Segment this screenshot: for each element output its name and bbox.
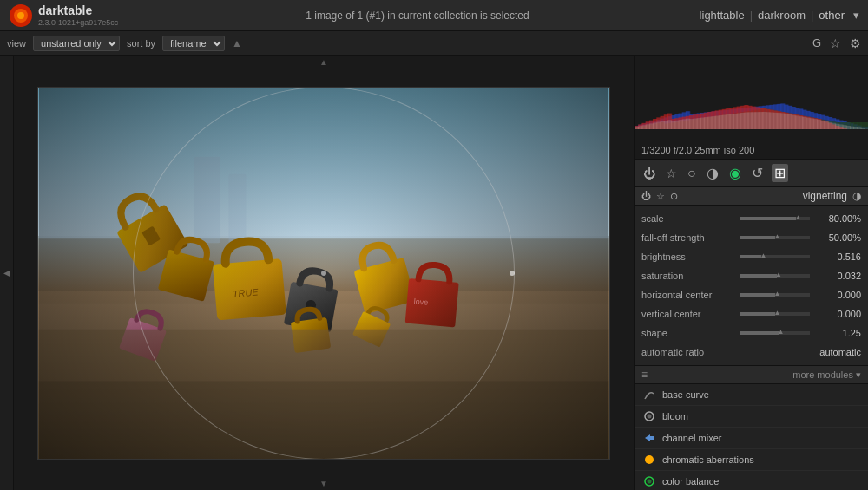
- module-vis-icon[interactable]: ⊙: [670, 191, 678, 202]
- param-value-4: 0.000: [813, 290, 861, 300]
- exif-info: 1/3200 f/2.0 25mm iso 200: [641, 145, 754, 155]
- secondbar: view unstarred only sort by filename ▲ G…: [0, 31, 868, 56]
- correct-icon[interactable]: ↺: [750, 163, 765, 183]
- histogram-canvas: [635, 56, 868, 129]
- param-bar-1[interactable]: ▲: [740, 236, 810, 239]
- param-row-automatic-ratio: automatic ratioautomatic: [635, 343, 868, 362]
- param-row-brightness: brightness▲-0.516: [635, 247, 868, 266]
- more-modules-bar[interactable]: ≡ more modules ▾: [635, 366, 868, 384]
- more-modules-label: more modules ▾: [651, 369, 861, 381]
- nav-dropdown-icon[interactable]: ▾: [853, 9, 859, 22]
- param-bar-5[interactable]: ▲: [740, 312, 810, 316]
- module-expand-icon[interactable]: ◑: [852, 190, 861, 202]
- module-item-label: channel mixer: [662, 433, 721, 443]
- base-icon[interactable]: ○: [686, 164, 698, 183]
- view-select[interactable]: unstarred only: [33, 36, 120, 51]
- color-icon[interactable]: ◉: [727, 163, 743, 183]
- bottom-arrow[interactable]: ▼: [14, 477, 634, 490]
- main-area: ◀ ▲: [0, 56, 868, 490]
- param-arrow-5: ▲: [773, 309, 780, 317]
- module-item[interactable]: chromatic aberrations: [635, 449, 868, 471]
- module-item-icon: [643, 389, 655, 401]
- param-label-7: automatic ratio: [641, 347, 737, 357]
- param-row-shape: shape▲1.25: [635, 323, 868, 343]
- g-shortcut-icon[interactable]: G: [812, 36, 821, 49]
- fav-icon[interactable]: ☆: [664, 165, 679, 182]
- nav-darkroom[interactable]: darkroom: [758, 9, 806, 22]
- param-arrow-2: ▲: [760, 252, 766, 259]
- power-icon[interactable]: ⏻: [641, 165, 657, 182]
- param-bar-6[interactable]: ▲: [740, 331, 810, 335]
- param-label-2: brightness: [641, 252, 737, 262]
- center-area: ▲: [14, 56, 634, 490]
- tone-icon[interactable]: ◑: [705, 163, 720, 183]
- param-row-saturation: saturation▲0.032: [635, 266, 868, 285]
- nav-sep-1: |: [750, 9, 753, 22]
- module-item-label: color balance: [662, 476, 719, 487]
- param-arrow-0: ▲: [794, 213, 801, 221]
- param-label-1: fall-off strength: [641, 232, 737, 243]
- status-text: 1 image of 1 (#1) in current collection …: [135, 10, 699, 22]
- sort-label: sort by: [127, 38, 155, 49]
- right-panel: 1/3200 f/2.0 25mm iso 200 ⏻ ☆ ○ ◑ ◉ ↺ ⊞ …: [634, 56, 868, 490]
- param-value-2: -0.516: [813, 252, 861, 262]
- active-module-name: vignetting: [683, 190, 847, 202]
- photo-frame: TRUE: [37, 87, 610, 460]
- toolbar-icons: G ☆ ⚙: [812, 36, 861, 50]
- param-arrow-6: ▲: [777, 328, 784, 336]
- param-label-5: vertical center: [641, 309, 737, 319]
- logo-area: darktable 2.3.0-1021+ga917e5cc: [9, 3, 118, 28]
- module-item-label: chromatic aberrations: [662, 454, 754, 465]
- module-item-icon: [643, 432, 655, 444]
- param-value-6: 1.25: [813, 328, 861, 338]
- left-arrow-icon: ◀: [3, 268, 10, 278]
- param-value-0: 80.00%: [813, 213, 861, 224]
- param-value-1: 50.00%: [813, 232, 861, 243]
- sort-direction-icon[interactable]: ▲: [232, 37, 242, 49]
- module-icons-bar: ⏻ ☆ ○ ◑ ◉ ↺ ⊞: [635, 160, 868, 187]
- left-panel-toggle[interactable]: ◀: [0, 56, 14, 490]
- param-row-fall-off-strength: fall-off strength▲50.00%: [635, 228, 868, 247]
- nav-other[interactable]: other: [819, 9, 845, 22]
- module-item-label: bloom: [662, 411, 688, 421]
- module-power-icon[interactable]: ⏻: [641, 191, 651, 201]
- app-name: darktable: [38, 3, 118, 18]
- param-bar-2[interactable]: ▲: [740, 255, 810, 258]
- param-arrow-4: ▲: [773, 290, 780, 297]
- module-item[interactable]: color balance: [635, 471, 868, 490]
- center-dot: [321, 271, 326, 276]
- sort-select[interactable]: filename: [162, 36, 225, 51]
- gear-icon[interactable]: ⚙: [850, 36, 861, 50]
- param-arrow-1: ▲: [773, 232, 780, 240]
- app-version: 2.3.0-1021+ga917e5cc: [38, 18, 118, 27]
- param-bar-4[interactable]: ▲: [740, 293, 810, 297]
- param-bar-0[interactable]: ▲: [740, 217, 810, 220]
- view-label: view: [7, 38, 26, 49]
- module-item-icon: [645, 455, 654, 464]
- param-value-3: 0.032: [813, 271, 861, 281]
- module-star-icon[interactable]: ☆: [656, 191, 665, 202]
- module-list: base curvebloomchannel mixerchromatic ab…: [635, 384, 868, 490]
- param-value-7: automatic: [813, 347, 861, 357]
- param-label-4: horizontal center: [641, 290, 737, 300]
- topbar: darktable 2.3.0-1021+ga917e5cc 1 image o…: [0, 0, 868, 31]
- module-item[interactable]: bloom: [635, 406, 868, 428]
- effect-icon[interactable]: ⊞: [772, 164, 788, 182]
- top-arrow[interactable]: ▲: [14, 56, 634, 69]
- nav-lighttable[interactable]: lighttable: [700, 9, 745, 22]
- logo-icon: [9, 3, 33, 28]
- star-icon[interactable]: ☆: [830, 36, 841, 50]
- module-item[interactable]: base curve: [635, 384, 868, 406]
- module-item[interactable]: channel mixer: [635, 428, 868, 449]
- params-area: scale▲80.00%fall-off strength▲50.00%brig…: [635, 206, 868, 366]
- module-item-icon: [643, 410, 655, 422]
- param-arrow-3: ▲: [775, 271, 782, 278]
- param-bar-3[interactable]: ▲: [740, 274, 810, 278]
- lines-icon: ≡: [641, 369, 648, 381]
- param-label-6: shape: [641, 328, 737, 338]
- svg-point-26: [648, 480, 652, 484]
- param-row-horizontal-center: horizontal center▲0.000: [635, 285, 868, 304]
- param-value-5: 0.000: [813, 309, 861, 319]
- nav-links: lighttable | darkroom | other ▾: [700, 9, 859, 22]
- circle-handle[interactable]: [510, 271, 515, 276]
